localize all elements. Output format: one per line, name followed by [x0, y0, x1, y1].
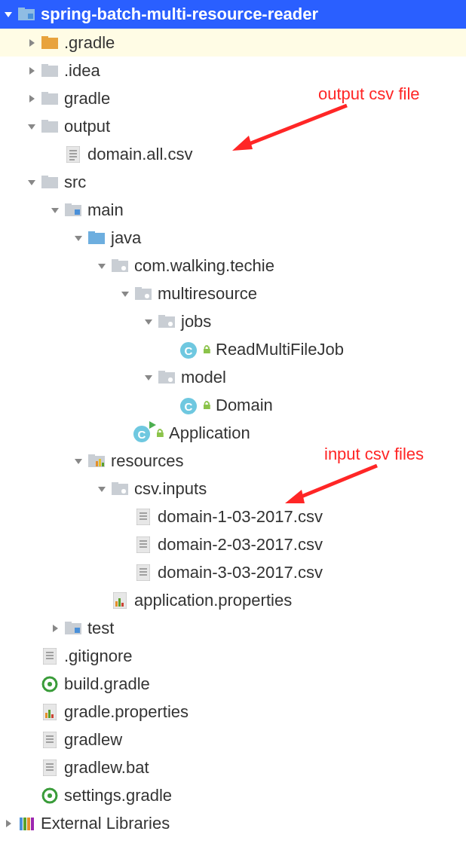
tree-label: .gradle	[64, 33, 115, 53]
chevron-down-icon[interactable]	[140, 373, 157, 382]
tree-label: src	[64, 173, 86, 192]
tree-label: domain-3-03-2017.csv	[158, 563, 323, 582]
tree-row[interactable]: resources	[0, 447, 466, 475]
svg-marker-10	[29, 95, 35, 102]
tree-row[interactable]: C 🔒︎ Application	[0, 419, 466, 447]
tree-row[interactable]: output	[0, 112, 466, 140]
tree-label: java	[111, 228, 141, 248]
chevron-down-icon[interactable]	[94, 261, 110, 270]
chevron-down-icon[interactable]	[94, 484, 110, 494]
svg-point-34	[121, 266, 126, 270]
tree-row[interactable]: C 🔒︎ Domain	[0, 391, 466, 419]
svg-marker-28	[75, 236, 82, 241]
tree-row[interactable]: domain-1-03-2017.csv	[0, 503, 466, 530]
chevron-down-icon[interactable]	[140, 317, 157, 326]
chevron-down-icon[interactable]	[23, 122, 40, 131]
tree-label: output	[64, 117, 110, 136]
svg-rect-37	[135, 287, 142, 291]
tree-row[interactable]: .gitignore	[0, 642, 466, 670]
tree-label: Application	[169, 423, 250, 443]
lock-icon: 🔒︎	[155, 427, 165, 439]
svg-marker-43	[145, 375, 152, 381]
runnable-class-icon: C	[133, 423, 152, 443]
tree-row[interactable]: gradlew.bat	[0, 753, 466, 781]
tree-row[interactable]: C 🔒︎ ReadMultiFileJob	[0, 335, 466, 363]
tree-label: .gitignore	[64, 646, 133, 666]
tree-row-root[interactable]: spring-batch-multi-resource-reader	[0, 0, 466, 29]
text-file-icon	[63, 146, 83, 163]
tree-row[interactable]: domain-3-03-2017.csv	[0, 558, 466, 586]
tree-row[interactable]: settings.gradle	[0, 781, 466, 809]
tree-row-external[interactable]: External Libraries	[0, 809, 466, 837]
chevron-down-icon[interactable]	[117, 289, 133, 298]
tree-label: jobs	[181, 312, 211, 332]
tree-row[interactable]: gradle.properties	[0, 698, 466, 726]
tree-row[interactable]: domain.all.csv	[0, 140, 466, 168]
tree-row[interactable]: build.gradle	[0, 670, 466, 698]
tree-row[interactable]: domain-2-03-2017.csv	[0, 530, 466, 558]
svg-marker-4	[29, 39, 35, 47]
tree-row[interactable]: gradle	[0, 84, 466, 112]
chevron-down-icon[interactable]	[47, 206, 63, 215]
tree-row[interactable]: application.properties	[0, 586, 466, 614]
chevron-right-icon[interactable]	[0, 819, 17, 828]
svg-rect-61	[136, 536, 150, 553]
svg-rect-85	[48, 710, 51, 718]
chevron-right-icon[interactable]	[23, 66, 40, 75]
tree-row[interactable]: jobs	[0, 307, 466, 335]
module-folder-icon	[63, 203, 83, 217]
tree-row[interactable]: test	[0, 614, 466, 642]
svg-rect-75	[65, 622, 72, 625]
text-file-icon	[40, 760, 60, 776]
properties-file-icon	[40, 704, 60, 720]
libraries-icon	[17, 815, 36, 832]
chevron-right-icon[interactable]	[23, 94, 40, 103]
tree-label: csv.inputs	[134, 479, 207, 499]
chevron-right-icon[interactable]	[23, 38, 40, 47]
tree-label: gradle	[64, 89, 110, 108]
chevron-right-icon[interactable]	[47, 624, 63, 633]
tree-label: test	[87, 619, 114, 638]
chevron-down-icon[interactable]	[23, 178, 40, 187]
tree-row[interactable]: src	[0, 168, 466, 196]
svg-rect-84	[45, 713, 48, 718]
tree-row[interactable]: com.walking.techie	[0, 252, 466, 280]
svg-marker-0	[5, 12, 12, 17]
tree-row[interactable]: .gradle	[0, 29, 466, 57]
svg-rect-9	[41, 64, 48, 68]
svg-rect-76	[75, 628, 80, 633]
chevron-down-icon[interactable]	[70, 234, 87, 243]
svg-rect-2	[18, 8, 25, 11]
chevron-down-icon[interactable]	[70, 457, 87, 466]
tree-label: .idea	[64, 61, 100, 81]
tree-label: application.properties	[134, 591, 292, 610]
svg-rect-99	[23, 818, 26, 830]
lock-icon: 🔒︎	[201, 399, 212, 411]
gradle-file-icon	[40, 676, 60, 692]
package-icon	[110, 259, 130, 273]
folder-icon	[40, 64, 60, 78]
chevron-down-icon[interactable]	[0, 10, 17, 19]
svg-rect-33	[112, 259, 118, 263]
svg-rect-87	[43, 732, 57, 748]
svg-marker-47	[75, 459, 82, 464]
tree-label: multiresource	[158, 284, 257, 304]
tree-row[interactable]: java	[0, 224, 466, 252]
folder-icon	[40, 92, 60, 105]
tree-row[interactable]: csv.inputs	[0, 475, 466, 503]
svg-rect-12	[41, 92, 48, 96]
svg-marker-31	[98, 264, 106, 269]
svg-marker-35	[121, 292, 129, 297]
package-icon	[110, 482, 130, 496]
text-file-icon	[133, 509, 153, 525]
tree-row[interactable]: main	[0, 196, 466, 224]
svg-rect-3	[28, 14, 33, 19]
svg-rect-98	[20, 818, 23, 830]
tree-row[interactable]: multiresource	[0, 280, 466, 307]
tree-row[interactable]: gradlew	[0, 726, 466, 753]
svg-marker-39	[145, 319, 152, 325]
tree-row[interactable]: model	[0, 363, 466, 391]
tree-label: spring-batch-multi-resource-reader	[41, 5, 318, 24]
tree-row[interactable]: .idea	[0, 57, 466, 84]
project-tree: spring-batch-multi-resource-reader .grad…	[0, 0, 466, 837]
